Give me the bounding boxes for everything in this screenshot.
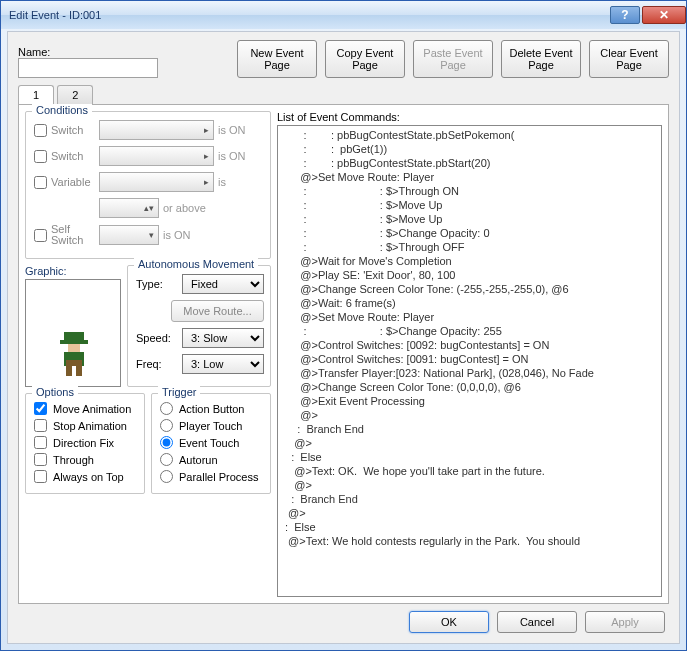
- chevron-right-icon: ▸: [204, 177, 209, 187]
- move-route-button: Move Route...: [171, 300, 264, 322]
- copy-page-button[interactable]: Copy Event Page: [325, 40, 405, 78]
- event-commands-list[interactable]: : : pbBugContestState.pbSetPokemon( : : …: [277, 125, 662, 597]
- chevron-down-icon: ▾: [149, 230, 154, 240]
- freq-select[interactable]: 3: Low: [182, 354, 264, 374]
- automove-legend: Autonomous Movement: [134, 258, 258, 270]
- command-line[interactable]: @>Text: We hold contests regularly in th…: [282, 534, 659, 548]
- clear-page-button[interactable]: Clear Event Page: [589, 40, 669, 78]
- chevron-right-icon: ▸: [204, 151, 209, 161]
- move-anim-checkbox[interactable]: [34, 402, 47, 415]
- command-line[interactable]: @>Change Screen Color Tone: (0,0,0,0), @…: [282, 380, 659, 394]
- svg-rect-5: [66, 366, 72, 376]
- command-line[interactable]: : : $>Change Opacity: 255: [282, 324, 659, 338]
- switch2-checkbox[interactable]: [34, 150, 47, 163]
- variable-checkbox[interactable]: [34, 176, 47, 189]
- dialog-buttons: OK Cancel Apply: [409, 611, 665, 633]
- action-button-radio[interactable]: [160, 402, 173, 415]
- switch2-dropdown[interactable]: ▸: [99, 146, 214, 166]
- selfswitch-checkbox[interactable]: [34, 229, 47, 242]
- or-above-label: or above: [163, 202, 206, 214]
- switch2-label: Switch: [51, 150, 95, 162]
- question-icon: ?: [621, 8, 628, 22]
- tab-1[interactable]: 1: [18, 85, 54, 104]
- switch1-label: Switch: [51, 124, 95, 136]
- left-column: Conditions Switch ▸ is ON Switch ▸ is ON: [25, 111, 271, 597]
- command-line[interactable]: : Else: [282, 450, 659, 464]
- variable-suffix: is: [218, 176, 264, 188]
- command-line[interactable]: @>Set Move Route: Player: [282, 170, 659, 184]
- help-button[interactable]: ?: [610, 6, 640, 24]
- event-touch-radio[interactable]: [160, 436, 173, 449]
- autorun-radio[interactable]: [160, 453, 173, 466]
- dialog-body: Name: New Event Page Copy Event Page Pas…: [7, 31, 680, 644]
- graphic-legend: Graphic:: [25, 265, 121, 277]
- command-line[interactable]: : Else: [282, 520, 659, 534]
- direction-fix-checkbox[interactable]: [34, 436, 47, 449]
- command-line[interactable]: @>Text: OK. We hope you'll take part in …: [282, 464, 659, 478]
- command-line[interactable]: : : $>Change Opacity: 0: [282, 226, 659, 240]
- svg-rect-0: [64, 332, 84, 340]
- command-line[interactable]: : : $>Through OFF: [282, 240, 659, 254]
- ok-button[interactable]: OK: [409, 611, 489, 633]
- switch1-dropdown[interactable]: ▸: [99, 120, 214, 140]
- new-page-button[interactable]: New Event Page: [237, 40, 317, 78]
- command-line[interactable]: : Branch End: [282, 422, 659, 436]
- tab-2[interactable]: 2: [57, 85, 93, 104]
- trigger-group: Trigger Action Button Player Touch Event…: [151, 393, 271, 494]
- command-line[interactable]: @>Control Switches: [0092: bugContestant…: [282, 338, 659, 352]
- command-line[interactable]: @>Wait: 6 frame(s): [282, 296, 659, 310]
- svg-rect-6: [76, 366, 82, 376]
- always-top-checkbox[interactable]: [34, 470, 47, 483]
- svg-rect-1: [60, 340, 88, 344]
- autorun-label: Autorun: [179, 454, 218, 466]
- parallel-label: Parallel Process: [179, 471, 258, 483]
- command-line[interactable]: : : $>Through ON: [282, 184, 659, 198]
- paste-page-button: Paste Event Page: [413, 40, 493, 78]
- variable-label: Variable: [51, 176, 95, 188]
- command-line[interactable]: @>Play SE: 'Exit Door', 80, 100: [282, 268, 659, 282]
- through-label: Through: [53, 454, 94, 466]
- command-line[interactable]: : : $>Move Up: [282, 198, 659, 212]
- command-line[interactable]: @>Exit Event Processing: [282, 394, 659, 408]
- move-anim-label: Move Animation: [53, 403, 131, 415]
- variable-dropdown[interactable]: ▸: [99, 172, 214, 192]
- stop-anim-label: Stop Animation: [53, 420, 127, 432]
- titlebar[interactable]: Edit Event - ID:001 ? ✕: [1, 1, 686, 29]
- command-line[interactable]: : : pbGet(1)): [282, 142, 659, 156]
- command-line[interactable]: : : pbBugContestState.pbSetPokemon(: [282, 128, 659, 142]
- command-line[interactable]: @>: [282, 478, 659, 492]
- speed-select[interactable]: 3: Slow: [182, 328, 264, 348]
- parallel-radio[interactable]: [160, 470, 173, 483]
- command-line[interactable]: @>: [282, 506, 659, 520]
- options-legend: Options: [32, 386, 78, 398]
- command-line[interactable]: @>: [282, 408, 659, 422]
- svg-rect-4: [66, 360, 82, 366]
- cancel-button[interactable]: Cancel: [497, 611, 577, 633]
- command-line[interactable]: : : $>Move Up: [282, 212, 659, 226]
- svg-rect-2: [68, 344, 80, 352]
- delete-page-button[interactable]: Delete Event Page: [501, 40, 581, 78]
- variable-value-spinner[interactable]: ▴▾: [99, 198, 159, 218]
- selfswitch-dropdown[interactable]: ▾: [99, 225, 159, 245]
- command-line[interactable]: @>: [282, 436, 659, 450]
- command-line[interactable]: @>Control Switches: [0091: bugContest] =…: [282, 352, 659, 366]
- command-line[interactable]: : : pbBugContestState.pbStart(20): [282, 156, 659, 170]
- stop-anim-checkbox[interactable]: [34, 419, 47, 432]
- type-select[interactable]: Fixed: [182, 274, 264, 294]
- command-line[interactable]: @>Wait for Move's Completion: [282, 254, 659, 268]
- graphic-preview[interactable]: [25, 279, 121, 387]
- close-button[interactable]: ✕: [642, 6, 686, 24]
- type-label: Type:: [136, 278, 176, 290]
- name-input[interactable]: [18, 58, 158, 78]
- player-touch-radio[interactable]: [160, 419, 173, 432]
- command-line[interactable]: @>Set Move Route: Player: [282, 310, 659, 324]
- command-line[interactable]: @>Change Screen Color Tone: (-255,-255,-…: [282, 282, 659, 296]
- command-line[interactable]: @>Transfer Player:[023: National Park], …: [282, 366, 659, 380]
- trigger-legend: Trigger: [158, 386, 200, 398]
- through-checkbox[interactable]: [34, 453, 47, 466]
- switch1-checkbox[interactable]: [34, 124, 47, 137]
- top-row: Name: New Event Page Copy Event Page Pas…: [18, 40, 669, 78]
- switch1-suffix: is ON: [218, 124, 264, 136]
- command-line[interactable]: : Branch End: [282, 492, 659, 506]
- character-sprite-icon: [58, 332, 90, 376]
